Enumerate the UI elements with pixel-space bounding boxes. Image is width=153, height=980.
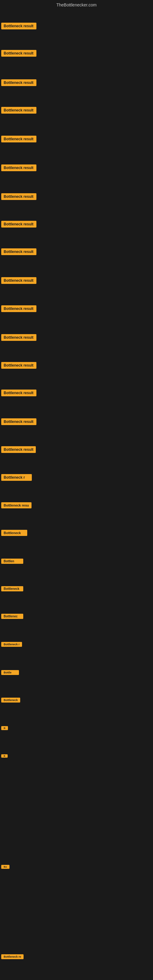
result-row: Bottleneck r (0, 471, 153, 484)
result-row: Bottleneck result (0, 190, 153, 204)
bottleneck-badge: Bottle (1, 670, 19, 675)
result-row: Bo (0, 860, 153, 873)
bottleneck-badge: Bottlenec (1, 614, 23, 619)
result-row: Bottleneck result (0, 443, 153, 456)
bottleneck-badge: Bottleneck result (1, 418, 37, 425)
bottleneck-badge: Bottleneck result (1, 390, 37, 396)
result-row: Bottleneck result (0, 19, 153, 33)
bottleneck-badge: Bottleneck result (1, 446, 36, 453)
bottleneck-badge: Bottleneck (1, 698, 20, 703)
result-row: Bottleneck result (0, 302, 153, 315)
result-row: Bottleneck result (0, 132, 153, 146)
result-row (0, 800, 153, 814)
result-row: Bottleneck result (0, 103, 153, 117)
bottleneck-badge: Bottleneck result (1, 305, 37, 312)
site-title: TheBottlenecker.com (0, 0, 153, 9)
bottleneck-badge: Bottleneck result (1, 107, 37, 114)
bottleneck-badge: B (1, 726, 8, 730)
bottleneck-badge: Bottleneck result (1, 248, 37, 255)
result-row: B (0, 721, 153, 735)
bottleneck-badge: Bottleneck (1, 586, 23, 591)
bottleneck-badge: Bottlen (1, 558, 23, 564)
result-row: Bottleneck result (0, 218, 153, 231)
result-row: Bottlen (0, 554, 153, 568)
result-row: Bottleneck result (0, 331, 153, 344)
bottleneck-badge: Bottleneck result (1, 221, 37, 228)
result-row: Bottleneck result (0, 76, 153, 89)
result-row: Bottleneck result (0, 359, 153, 372)
bottleneck-badge: Bottleneck (1, 530, 27, 536)
result-row: Bottleneck (0, 694, 153, 707)
bottleneck-badge: Bottleneck r (1, 642, 22, 647)
result-row: B (0, 749, 153, 762)
result-row: Bottleneck result (0, 386, 153, 400)
site-header: TheBottlenecker.com (0, 0, 153, 9)
result-row: Bottleneck result (0, 46, 153, 60)
bottleneck-badge: Bottleneck re (1, 954, 24, 959)
bottleneck-badge: Bo (1, 865, 10, 869)
bottleneck-badge: Bottleneck result (1, 193, 37, 200)
bottleneck-badge: Bottleneck result (1, 79, 37, 86)
bottleneck-badge: Bottleneck resu (1, 502, 32, 508)
bottleneck-badge: Bottleneck result (1, 277, 37, 284)
bottleneck-badge: Bottleneck r (1, 474, 32, 481)
result-row: Bottleneck re (0, 950, 153, 964)
result-row: Bottleneck result (0, 161, 153, 175)
result-row: Bottleneck (0, 526, 153, 539)
bottleneck-badge: Bottleneck result (1, 136, 37, 142)
result-row: Bottleneck (0, 582, 153, 595)
bottleneck-badge: B (1, 754, 8, 758)
bottleneck-badge: Bottleneck result (1, 50, 37, 57)
result-row: Bottleneck result (0, 415, 153, 428)
bottleneck-badge: Bottleneck result (1, 164, 37, 171)
result-row: Bottleneck result (0, 245, 153, 258)
result-row: Bottleneck resu (0, 499, 153, 512)
result-row: Bottle (0, 666, 153, 679)
result-row: Bottleneck r (0, 638, 153, 651)
bottleneck-badge: Bottleneck result (1, 362, 37, 369)
results-container: Bottleneck resultBottleneck resultBottle… (0, 9, 153, 980)
result-row: Bottleneck result (0, 274, 153, 287)
result-row (0, 895, 153, 908)
bottleneck-badge: Bottleneck result (1, 334, 37, 341)
result-row: Bottlenec (0, 609, 153, 623)
bottleneck-badge: Bottleneck result (1, 23, 37, 29)
